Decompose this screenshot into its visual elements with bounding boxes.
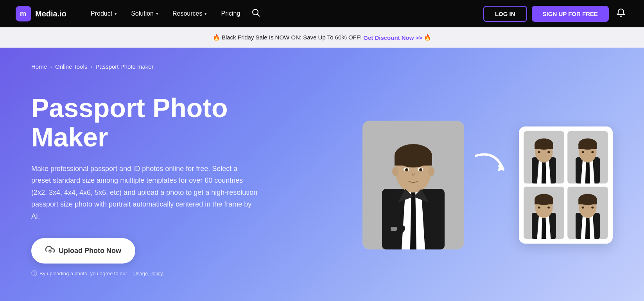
logo[interactable]: m Media.io: [16, 6, 66, 21]
logo-text: Media.io: [35, 9, 66, 18]
banner-text: 🔥 Black Friday Sale Is NOW ON: Save Up T…: [213, 34, 362, 41]
svg-point-30: [547, 151, 550, 153]
page-title: Passport Photo Maker: [31, 93, 305, 152]
svg-rect-37: [578, 144, 597, 149]
promo-banner: 🔥 Black Friday Sale Is NOW ON: Save Up T…: [0, 27, 644, 48]
nav-resources[interactable]: Resources ▾: [167, 7, 212, 20]
svg-point-29: [538, 151, 540, 153]
man-figure: [362, 121, 464, 249]
passport-original-photo: [362, 121, 464, 249]
usage-policy-link[interactable]: Usage Policy.: [133, 271, 164, 276]
breadcrumb-sep-2: ›: [90, 63, 92, 70]
nav-actions: LOG IN SIGN UP FOR FREE: [483, 5, 628, 22]
logo-icon: m: [16, 6, 31, 21]
passport-thumb-4: [567, 187, 608, 239]
bell-icon[interactable]: [614, 5, 628, 22]
svg-point-38: [582, 151, 584, 153]
svg-line-2: [257, 14, 260, 16]
svg-rect-46: [535, 199, 553, 204]
hero-left: Passport Photo Maker Make professional p…: [31, 93, 305, 277]
svg-point-47: [538, 207, 540, 208]
svg-point-12: [392, 167, 398, 176]
login-button[interactable]: LOG IN: [483, 6, 527, 22]
breadcrumb-current: Passport Photo maker: [95, 63, 153, 70]
hero-right: [362, 121, 613, 249]
nav-links: Product ▾ Solution ▾ Resources ▾ Pricing: [85, 5, 471, 22]
svg-rect-11: [395, 156, 432, 166]
svg-rect-55: [578, 199, 597, 204]
upload-button[interactable]: Upload Photo Now: [31, 238, 135, 264]
chevron-down-icon: ▾: [115, 11, 117, 16]
arrow-container: [472, 150, 511, 220]
svg-point-56: [582, 207, 584, 208]
svg-point-48: [547, 207, 550, 208]
nav-solution[interactable]: Solution ▾: [126, 7, 164, 20]
passport-thumb-3: [524, 187, 564, 239]
svg-rect-28: [535, 144, 553, 149]
signup-button[interactable]: SIGN UP FOR FREE: [532, 6, 609, 22]
nav-pricing[interactable]: Pricing: [215, 7, 246, 20]
navbar: m Media.io Product ▾ Solution ▾ Resource…: [0, 0, 644, 27]
chevron-down-icon: ▾: [205, 11, 207, 16]
svg-point-16: [405, 168, 408, 171]
svg-point-57: [591, 207, 594, 208]
hero-description: Make professional passport and ID photos…: [31, 163, 258, 223]
nav-product[interactable]: Product ▾: [85, 7, 122, 20]
passport-thumb-2: [567, 131, 608, 183]
arrow-icon: [472, 150, 511, 181]
banner-suffix: 🔥: [424, 34, 431, 41]
hero-content: Passport Photo Maker Make professional p…: [31, 93, 613, 277]
passport-grid: [519, 126, 613, 244]
chevron-down-icon: ▾: [156, 11, 158, 16]
svg-point-1: [253, 9, 258, 15]
svg-point-17: [419, 168, 422, 171]
passport-thumb-1: [524, 131, 564, 183]
search-icon[interactable]: [249, 5, 264, 22]
breadcrumb: Home › Online Tools › Passport Photo mak…: [31, 63, 613, 70]
breadcrumb-sep-1: ›: [50, 63, 52, 70]
usage-policy: ⓘ By uploading a photo, you agree to our…: [31, 270, 305, 277]
breadcrumb-online-tools[interactable]: Online Tools: [55, 63, 87, 70]
svg-point-13: [428, 167, 434, 176]
info-icon: ⓘ: [31, 270, 37, 277]
svg-text:m: m: [20, 10, 26, 18]
svg-point-39: [591, 151, 594, 153]
svg-rect-21: [391, 227, 397, 231]
banner-link[interactable]: Get Discount Now >>: [363, 34, 422, 41]
breadcrumb-home[interactable]: Home: [31, 63, 47, 70]
hero-section: Home › Online Tools › Passport Photo mak…: [0, 48, 644, 301]
upload-icon: [45, 245, 55, 256]
